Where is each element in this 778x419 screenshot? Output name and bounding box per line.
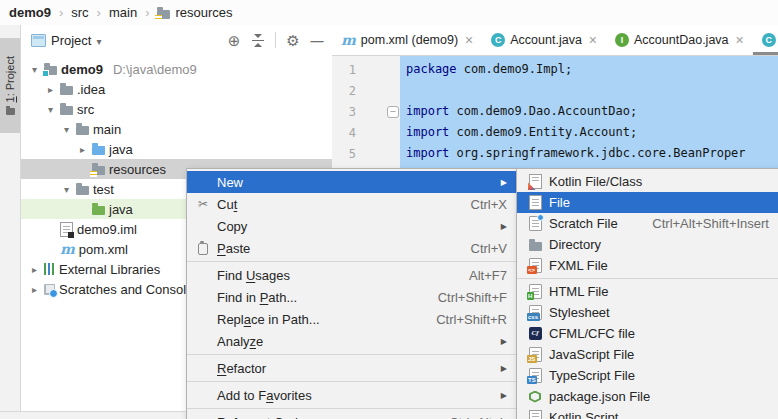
toolbar-settings-button[interactable]: ⚙ <box>286 32 300 48</box>
menu-item-find-in-path[interactable]: Find in Path...Ctrl+Shift+F <box>187 286 517 308</box>
js-icon: JS <box>529 347 542 362</box>
folder-icon <box>60 86 73 95</box>
breadcrumb-item-demo9[interactable]: demo9 <box>9 5 51 20</box>
line-number: 5 <box>332 147 356 161</box>
expand-arrow-icon[interactable]: ▾ <box>29 64 40 75</box>
tree-item-label: pom.xml <box>79 242 128 257</box>
code-text: com.demo9.Impl; <box>457 62 573 76</box>
gutter-line: 2 <box>332 80 400 101</box>
close-icon[interactable]: × <box>465 33 473 47</box>
menu-item-javascript-file[interactable]: JSJavaScript File <box>517 344 778 365</box>
expand-arrow-icon[interactable]: ▾ <box>61 124 72 135</box>
editor-tabs: mpom.xml (demo9)×CAccount.java×IAccountD… <box>332 25 778 56</box>
html-icon: H <box>529 284 542 299</box>
menu-item-directory[interactable]: Directory <box>517 234 778 255</box>
expand-arrow-icon[interactable]: ▸ <box>29 284 40 295</box>
menu-item-kotlin-file-class[interactable]: Kotlin File/Class <box>517 171 778 192</box>
submenu-arrow-icon: ▶ <box>501 178 507 187</box>
menu-item-copy[interactable]: Copy▶ <box>187 215 517 237</box>
code-line: package com.demo9.Impl; <box>406 59 778 80</box>
tree-item-main[interactable]: ▾main <box>21 119 332 139</box>
toolbar-hide-button[interactable]: — <box>310 32 324 48</box>
menu-item-new[interactable]: New▶ <box>187 171 517 193</box>
tree-item-demo9[interactable]: ▾demo9D:\java\demo9 <box>21 59 332 79</box>
fxml-badge: <> <box>527 266 537 274</box>
menu-item-label: Directory <box>549 237 601 252</box>
menu-item-add-to-favorites[interactable]: Add to Favorites▶ <box>187 384 517 406</box>
menu-item-file[interactable]: File <box>517 192 778 213</box>
tab-pom-xml-demo9[interactable]: mpom.xml (demo9)× <box>332 25 482 55</box>
menu-item-find-usages[interactable]: Find UsagesAlt+F7 <box>187 264 517 286</box>
toolbar-collapse-all-button[interactable] <box>251 32 265 48</box>
menu-item-package-json-file[interactable]: package.json File <box>517 386 778 407</box>
close-icon[interactable]: × <box>589 33 597 47</box>
menu-item-label: Kotlin Script <box>549 410 618 419</box>
expand-arrow-icon[interactable]: ▾ <box>45 104 56 115</box>
folder-icon <box>76 126 89 135</box>
breadcrumb-separator-icon: › <box>59 5 63 20</box>
locate-icon: ⊕ <box>228 33 241 48</box>
fold-marker-icon[interactable]: – <box>387 106 399 118</box>
ts-icon: TS <box>529 368 542 383</box>
source-folder-icon <box>92 146 105 155</box>
menu-item-typescript-file[interactable]: TSTypeScript File <box>517 365 778 386</box>
breadcrumb-item-main[interactable]: main <box>109 5 137 20</box>
html-icon-slot: H <box>523 284 547 299</box>
expand-arrow-icon[interactable]: ▾ <box>61 184 72 195</box>
tree-item-label: demo9.iml <box>77 222 137 237</box>
ide-window: demo9›src›main›resources 1: Project Proj… <box>0 0 778 419</box>
toolbar-locate-button[interactable]: ⊕ <box>227 32 241 48</box>
kotlin-icon <box>529 174 542 189</box>
menu-item-paste[interactable]: PasteCtrl+V <box>187 237 517 259</box>
gutter-line: 3– <box>332 101 400 122</box>
fold-slot: – <box>356 106 400 118</box>
menu-item-refactor[interactable]: Refactor▶ <box>187 357 517 379</box>
project-view-selector[interactable]: Project <box>51 33 91 48</box>
new-submenu: Kotlin File/ClassFileScratch FileCtrl+Al… <box>516 168 778 419</box>
expand-arrow-icon[interactable]: ▸ <box>77 144 88 155</box>
npm-icon <box>529 391 541 403</box>
chevron-down-icon[interactable] <box>96 33 101 48</box>
tree-item-src[interactable]: ▾src <box>21 99 332 119</box>
file-icon-slot <box>523 195 547 210</box>
gutter-line: 4 <box>332 122 400 143</box>
menu-separator <box>187 354 517 355</box>
breadcrumb-item-src[interactable]: src <box>71 5 88 20</box>
menu-item-label: Add to Favorites <box>217 388 312 403</box>
line-number: 1 <box>332 63 356 77</box>
expand-arrow-icon[interactable]: ▸ <box>45 84 56 95</box>
menu-item-replace-in-path[interactable]: Replace in Path...Ctrl+Shift+R <box>187 308 517 330</box>
menu-item-label: package.json File <box>549 389 650 404</box>
close-icon[interactable]: × <box>736 33 744 47</box>
tab-partial[interactable]: C <box>753 25 778 55</box>
menu-item-cut[interactable]: ✂CutCtrl+X <box>187 193 517 215</box>
tab-label: Account.java <box>510 33 582 47</box>
menu-item-reformat-code[interactable]: Reformat CodeCtrl+Alt+L <box>187 411 517 419</box>
tab-accountdao-java[interactable]: IAccountDao.java× <box>606 25 753 55</box>
expand-arrow-icon[interactable]: ▸ <box>29 264 40 275</box>
code-text: com.demo9.Dao.AccountDao; <box>449 104 637 118</box>
project-tool-window-button[interactable]: 1: Project <box>0 38 20 133</box>
menu-item-stylesheet[interactable]: cssStylesheet <box>517 302 778 323</box>
tree-item-idea[interactable]: ▸.idea <box>21 79 332 99</box>
npm-icon-slot <box>523 391 547 403</box>
settings-icon: ⚙ <box>286 33 299 48</box>
cfml-icon: Cf <box>529 327 542 340</box>
menu-item-scratch-file[interactable]: Scratch FileCtrl+Alt+Shift+Insert <box>517 213 778 234</box>
class-icon: C <box>762 33 776 47</box>
menu-item-fxml-file[interactable]: <>FXML File <box>517 255 778 276</box>
menu-item-cfml-cfc-file[interactable]: CfCFML/CFC file <box>517 323 778 344</box>
test-folder-icon <box>92 206 105 215</box>
menu-item-analyze[interactable]: Analyze▶ <box>187 330 517 352</box>
tab-account-java[interactable]: CAccount.java× <box>482 25 606 55</box>
breadcrumb: demo9›src›main›resources <box>0 0 778 26</box>
breadcrumb-separator-icon: › <box>97 5 101 20</box>
tree-item-label: java <box>109 142 133 157</box>
menu-item-kotlin-script[interactable]: Kotlin Script <box>517 407 778 419</box>
class-icon: C <box>491 33 505 47</box>
breadcrumb-item-resources[interactable]: resources <box>157 5 232 20</box>
tree-item-label: .idea <box>77 82 105 97</box>
tree-item-java[interactable]: ▸java <box>21 139 332 159</box>
maven-icon: m <box>60 242 75 256</box>
menu-item-html-file[interactable]: HHTML File <box>517 281 778 302</box>
